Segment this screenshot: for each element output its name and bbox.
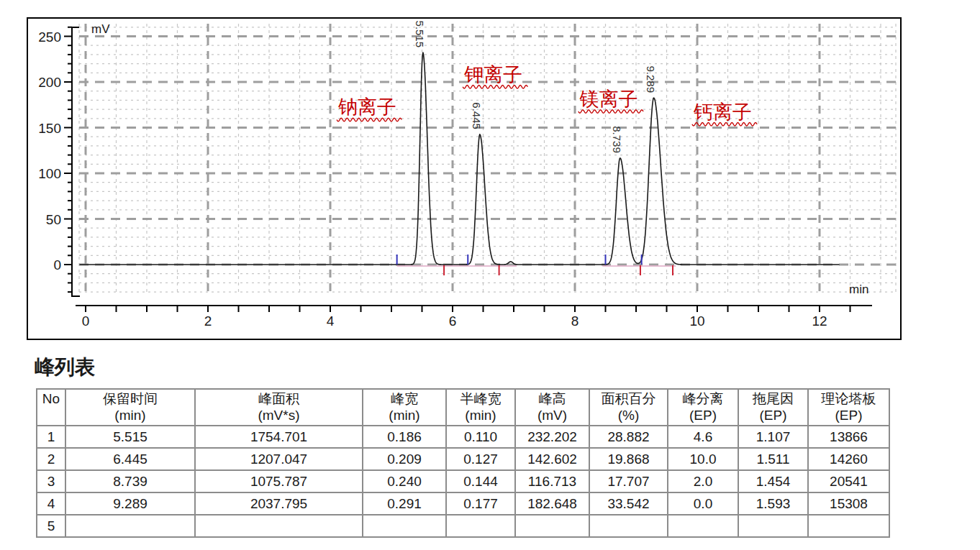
table-cell: 3	[37, 470, 65, 492]
peak-table-row: 26.4451207.0470.2090.127142.60219.86810.…	[37, 448, 889, 470]
peak-rt-label: 8.739	[611, 126, 623, 153]
x-tick-label: 12	[812, 313, 827, 329]
table-cell: 1.593	[738, 492, 808, 515]
table-cell: 1.107	[738, 426, 808, 448]
table-cell: 232.202	[515, 426, 589, 448]
col-header-5: 峰高(mV)	[515, 389, 589, 426]
peak-table-row: 49.2892037.7950.2910.177182.64833.5420.0…	[37, 492, 889, 515]
y-tick-label: 250	[38, 29, 61, 45]
table-cell: 116.713	[515, 470, 589, 492]
table-cell: 20541	[808, 470, 889, 492]
table-cell: 2	[37, 448, 65, 470]
x-tick-label: 0	[82, 313, 90, 329]
table-cell: 0.291	[363, 492, 446, 515]
table-cell: 1.511	[738, 448, 808, 470]
x-tick-label: 8	[571, 313, 579, 329]
table-cell: 10.0	[668, 448, 738, 470]
table-cell: 0.177	[446, 492, 515, 515]
table-cell: 1	[37, 426, 65, 448]
table-cell: 1754.701	[195, 426, 363, 448]
ion-annotation: 钙离子	[693, 101, 752, 123]
x-tick-label: 4	[327, 313, 335, 329]
y-tick-label: 200	[38, 75, 61, 90]
table-cell: 0.127	[446, 448, 515, 470]
ion-annotation-underline	[692, 123, 757, 127]
table-cell: 9.289	[65, 492, 195, 515]
table-cell	[65, 515, 195, 537]
table-cell	[589, 515, 668, 537]
table-cell: 13866	[808, 426, 889, 448]
col-header-2: 峰面积(mV*s)	[195, 389, 363, 426]
col-header-8: 拖尾因(EP)	[738, 389, 808, 426]
peak-table-row: 15.5151754.7010.1860.110232.20228.8824.6…	[37, 426, 889, 448]
table-cell: 28.882	[589, 426, 668, 448]
table-cell: 0.0	[668, 492, 738, 515]
table-cell: 1.454	[738, 470, 808, 492]
table-cell: 33.542	[589, 492, 668, 515]
y-unit-label: mV	[91, 22, 110, 36]
table-cell: 17.707	[589, 470, 668, 492]
peak-table: No保留时间(min)峰面积(mV*s)峰宽(min)半峰宽(min)峰高(mV…	[36, 388, 890, 538]
table-cell: 6.445	[65, 448, 195, 470]
table-cell: 4.6	[668, 426, 738, 448]
table-cell	[195, 515, 363, 537]
ion-annotation: 钾离子	[463, 63, 522, 86]
table-cell	[446, 515, 515, 537]
col-header-1: 保留时间(min)	[65, 389, 195, 426]
table-cell: 1075.787	[195, 470, 363, 492]
table-cell: 14260	[808, 448, 889, 470]
chromatography-report: { "chart_data": { "type": "line", "title…	[0, 0, 980, 550]
signal-trace	[80, 52, 840, 265]
table-cell: 1207.047	[195, 448, 363, 470]
peak-rt-label: 6.445	[471, 102, 483, 129]
peak-table-row: 38.7391075.7870.2400.144116.71317.7072.0…	[37, 470, 889, 492]
ion-annotation-underline	[579, 110, 643, 114]
ion-annotation: 钠离子	[338, 96, 396, 118]
table-cell: 5	[37, 515, 65, 537]
table-cell	[668, 515, 738, 537]
x-tick-label: 6	[449, 313, 457, 329]
table-cell	[808, 515, 889, 537]
table-cell: 0.209	[363, 448, 446, 470]
ion-annotation-underline	[463, 85, 527, 88]
table-cell: 2.0	[668, 470, 738, 492]
table-cell: 0.110	[446, 426, 515, 448]
table-cell: 142.602	[515, 448, 589, 470]
x-tick-label: 2	[204, 313, 212, 329]
y-tick-label: 0	[53, 257, 61, 272]
table-cell	[738, 515, 808, 537]
table-cell: 15308	[808, 492, 889, 515]
peak-table-header-row: No保留时间(min)峰面积(mV*s)峰宽(min)半峰宽(min)峰高(mV…	[37, 389, 889, 426]
table-cell: 8.739	[65, 470, 195, 492]
y-tick-label: 50	[46, 212, 61, 227]
col-header-3: 峰宽(min)	[363, 389, 446, 426]
table-cell: 0.240	[363, 470, 446, 492]
table-cell: 4	[37, 492, 65, 515]
table-cell: 0.186	[363, 426, 446, 448]
col-header-7: 峰分离(EP)	[668, 389, 738, 426]
table-cell: 2037.795	[195, 492, 363, 515]
col-header-6: 面积百分(%)	[589, 389, 668, 426]
peak-list-title: 峰列表	[35, 354, 95, 381]
peak-rt-label: 5.515	[414, 21, 426, 48]
ion-annotation: 镁离子	[579, 88, 638, 110]
y-tick-label: 100	[38, 166, 61, 181]
chromatogram-plot: 050100150200250mV024681012min5.5156.4458…	[28, 19, 900, 339]
table-cell	[363, 515, 446, 537]
table-cell: 182.648	[515, 492, 589, 515]
col-header-4: 半峰宽(min)	[446, 389, 515, 426]
y-tick-label: 150	[38, 121, 61, 136]
table-cell	[515, 515, 589, 537]
x-unit-label: min	[849, 283, 868, 296]
table-cell: 0.144	[446, 470, 515, 492]
peak-table-row: 5	[37, 515, 889, 537]
peak-rt-label: 9.289	[645, 65, 657, 93]
x-tick-label: 10	[689, 313, 704, 329]
table-cell: 5.515	[65, 426, 195, 448]
col-header-0: No	[37, 389, 65, 426]
table-cell: 19.868	[589, 448, 668, 470]
col-header-9: 理论塔板(EP)	[808, 389, 889, 426]
chromatogram-frame: 050100150200250mV024681012min5.5156.4458…	[27, 17, 902, 340]
